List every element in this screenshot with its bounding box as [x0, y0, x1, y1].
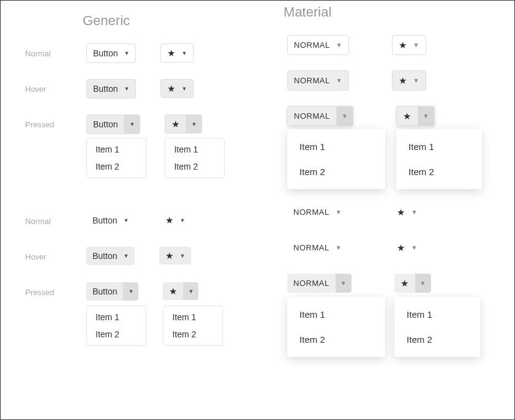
material-dropdown-icon-button[interactable]: ★ ▼ [392, 35, 426, 55]
menu-item[interactable]: Item 2 [394, 327, 480, 352]
menu-item[interactable]: Item 2 [87, 326, 146, 343]
generic-dropdown-icon-button[interactable]: ★ ▼ [160, 79, 194, 98]
generic-text-hover-icon-group: ★ ▼ [159, 247, 191, 264]
menu-item[interactable]: Item 2 [287, 327, 385, 352]
generic-text-dropdown-icon-button[interactable]: ★ ▼ [159, 211, 191, 229]
generic-outlined-normal-row: Normal Button ▼ ★ ▼ [86, 43, 238, 67]
generic-column: Generic Normal Button ▼ ★ ▼ [25, 13, 250, 318]
star-icon: ★ [397, 243, 405, 252]
generic-text-split-icon-button[interactable]: ★ ▼ [163, 282, 198, 300]
generic-text-split-button[interactable]: Button ▼ [86, 282, 138, 301]
generic-outlined-hover-icon-group: ★ ▼ [160, 79, 194, 98]
split-dropdown-toggle[interactable]: ▼ [186, 114, 202, 133]
material-text-pressed-row: NORMAL ▼ Item 1 Item 2 ★ ▼ Item 1 [287, 274, 478, 297]
generic-outlined-hover-row: Hover Button ▼ ★ ▼ [86, 79, 238, 102]
material-text-pressed-icon-group: ★ ▼ Item 1 Item 2 [394, 274, 431, 293]
caret-down-icon: ▼ [336, 77, 342, 84]
split-main-button[interactable]: ★ [163, 282, 183, 300]
material-outlined-pressed-row: NORMAL ▼ Item 1 Item 2 ★ ▼ Item 1 [287, 106, 478, 129]
material-text-dropdown-icon-button[interactable]: ★ ▼ [391, 203, 424, 222]
star-icon: ★ [399, 76, 407, 85]
caret-down-icon: ▼ [336, 244, 342, 251]
material-text-dropdown-icon-button[interactable]: ★ ▼ [391, 238, 424, 257]
split-dropdown-toggle[interactable]: ▼ [183, 282, 198, 300]
generic-outlined-normal-icon-group: ★ ▼ [160, 43, 194, 62]
material-text-hover-icon-group: ★ ▼ [391, 238, 424, 257]
caret-down-icon: ▼ [181, 86, 187, 92]
split-main-button[interactable]: ★ [396, 106, 418, 126]
menu-item[interactable]: Item 2 [287, 159, 385, 184]
menu-item[interactable]: Item 2 [164, 326, 222, 343]
split-dropdown-toggle[interactable]: ▼ [336, 274, 351, 293]
menu-item[interactable]: Item 2 [396, 159, 482, 184]
menu-item[interactable]: Item 1 [165, 141, 224, 158]
material-outlined-normal-text-group: NORMAL ▼ [287, 35, 349, 55]
material-text-normal-row: NORMAL ▼ ★ ▼ [287, 203, 478, 226]
material-split-icon-button[interactable]: ★ ▼ [396, 106, 435, 126]
state-label-normal: Normal [25, 217, 74, 226]
menu-item[interactable]: Item 1 [87, 141, 146, 158]
generic-dropdown-button[interactable]: Button ▼ [86, 79, 136, 99]
material-title: Material [284, 4, 478, 20]
generic-text-hover-row: Hover Button ▼ ★ ▼ [86, 247, 238, 270]
menu-item[interactable]: Item 1 [164, 309, 222, 326]
dropdown-menu: Item 1 Item 2 [86, 138, 146, 178]
menu-item[interactable]: Item 1 [394, 302, 480, 327]
menu-item[interactable]: Item 1 [87, 309, 146, 326]
caret-down-icon: ▼ [179, 253, 185, 259]
button-label: NORMAL [294, 40, 330, 50]
split-dropdown-toggle[interactable]: ▼ [123, 282, 138, 301]
material-text-dropdown-button[interactable]: NORMAL ▼ [287, 238, 348, 257]
button-label: Button [92, 216, 117, 225]
menu-item[interactable]: Item 1 [287, 302, 385, 327]
split-main-button[interactable]: ★ [394, 274, 415, 293]
generic-outlined-normal-text-group: Button ▼ [86, 43, 136, 63]
material-text-split-button[interactable]: NORMAL ▼ [287, 274, 351, 293]
split-main-button[interactable]: Button [86, 114, 124, 134]
split-main-button[interactable]: NORMAL [287, 106, 337, 126]
generic-split-icon-button[interactable]: ★ ▼ [165, 114, 202, 133]
material-split-button[interactable]: NORMAL ▼ [287, 106, 353, 126]
caret-down-icon: ▼ [342, 113, 348, 119]
button-label: NORMAL [293, 208, 329, 217]
dropdown-menu: Item 1 Item 2 [165, 138, 225, 178]
button-label: NORMAL [294, 76, 330, 85]
material-dropdown-button[interactable]: NORMAL ▼ [287, 70, 349, 91]
split-main-button[interactable]: NORMAL [287, 274, 336, 293]
generic-text-hover-text-group: Button ▼ [86, 247, 135, 265]
menu-item[interactable]: Item 1 [287, 134, 385, 159]
state-label-pressed: Pressed [25, 120, 74, 129]
generic-outlined-pressed-row: Pressed Button ▼ Item 1 Item 2 ★ ▼ [86, 114, 238, 138]
generic-dropdown-button[interactable]: Button ▼ [86, 43, 136, 63]
star-icon: ★ [397, 208, 405, 217]
split-main-button[interactable]: Button [86, 282, 123, 301]
material-dropdown-button[interactable]: NORMAL ▼ [287, 35, 349, 55]
generic-text-dropdown-icon-button[interactable]: ★ ▼ [159, 247, 191, 264]
material-dropdown-icon-button[interactable]: ★ ▼ [392, 70, 426, 91]
caret-down-icon: ▼ [423, 113, 429, 119]
button-label: Button [93, 84, 118, 94]
material-text-dropdown-button[interactable]: NORMAL ▼ [287, 203, 348, 222]
generic-text-dropdown-button[interactable]: Button ▼ [86, 211, 135, 230]
dropdown-menu: Item 1 Item 2 [86, 306, 146, 346]
caret-down-icon: ▼ [129, 121, 135, 127]
split-dropdown-toggle[interactable]: ▼ [418, 106, 435, 126]
generic-split-button[interactable]: Button ▼ [86, 114, 140, 134]
menu-item[interactable]: Item 2 [87, 158, 146, 175]
split-dropdown-toggle[interactable]: ▼ [415, 274, 431, 293]
caret-down-icon: ▼ [124, 50, 129, 56]
generic-outlined-hover-text-group: Button ▼ [86, 79, 136, 99]
split-dropdown-toggle[interactable]: ▼ [336, 106, 353, 126]
split-dropdown-toggle[interactable]: ▼ [124, 114, 140, 134]
generic-text-pressed-row: Pressed Button ▼ Item 1 Item 2 ★ ▼ [86, 282, 238, 306]
split-main-button[interactable]: ★ [165, 114, 186, 133]
menu-item[interactable]: Item 1 [396, 134, 482, 159]
state-label-normal: Normal [25, 49, 74, 58]
material-text-split-icon-button[interactable]: ★ ▼ [394, 274, 431, 293]
generic-text-dropdown-button[interactable]: Button ▼ [86, 247, 135, 265]
generic-dropdown-icon-button[interactable]: ★ ▼ [160, 43, 194, 62]
dropdown-menu: Item 1 Item 2 [394, 297, 480, 357]
menu-item[interactable]: Item 2 [165, 158, 224, 175]
button-label: NORMAL [294, 111, 330, 121]
button-label: Button [92, 251, 117, 261]
